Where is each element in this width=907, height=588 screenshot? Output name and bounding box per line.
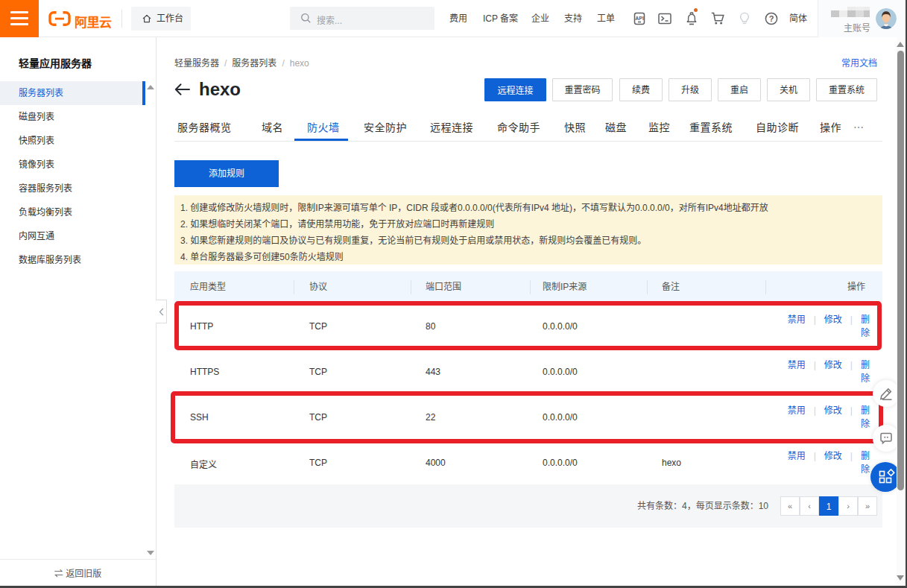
svg-text:API: API xyxy=(635,16,644,21)
svg-text:?: ? xyxy=(769,14,774,23)
